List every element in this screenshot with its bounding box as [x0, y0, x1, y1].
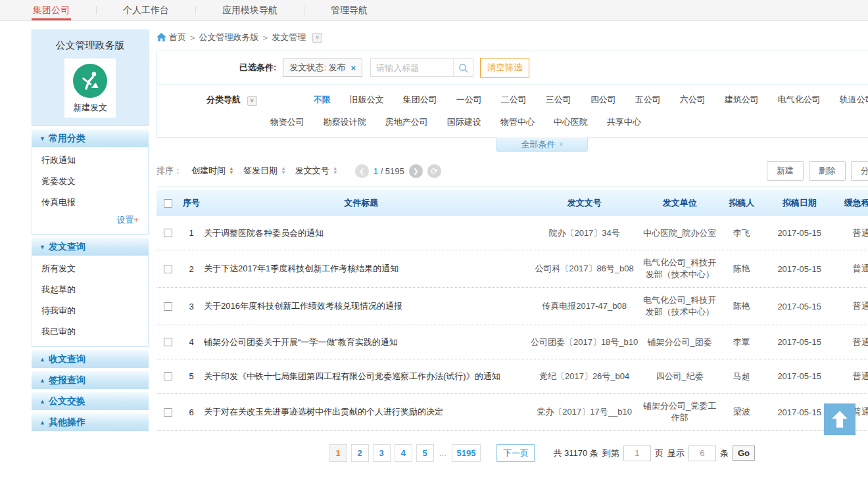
- category-real-estate[interactable]: 房地产公司: [385, 116, 428, 128]
- row-serial: 6: [179, 407, 204, 417]
- topnav-admin-nav[interactable]: 管理导航: [324, 0, 374, 20]
- sidebar-section-outgoing-query[interactable]: ▼ 发文查询: [32, 238, 149, 256]
- page-button-1[interactable]: 1: [329, 444, 347, 462]
- sort-by-issue-date[interactable]: 签发日期 ▲▼: [243, 165, 286, 177]
- sidebar-item-party-docs[interactable]: 党委发文: [32, 171, 148, 192]
- document-title-link[interactable]: 关于调整医院各种委员会的通知: [204, 227, 528, 239]
- category-old-docs[interactable]: 旧版公文: [350, 94, 384, 106]
- pagination-bar: 1 2 3 4 5 ... 5195 下一页 共 31170 条 到第 页 显示…: [157, 444, 868, 462]
- draft-date: 2017-05-15: [765, 337, 834, 347]
- category-company-6[interactable]: 六公司: [680, 94, 706, 106]
- page-size-input[interactable]: [688, 446, 716, 461]
- document-title-link[interactable]: 关于2016年度科技创新工作绩效考核兑现情况的通报: [204, 300, 528, 312]
- breadcrumb-home[interactable]: 首页: [169, 32, 186, 43]
- category-construction[interactable]: 建筑公司: [725, 94, 759, 106]
- category-transfer-button[interactable]: 分类转移: [851, 161, 868, 181]
- document-title-link[interactable]: 铺架分公司团委关于开展“一学一做”教育实践的通知: [204, 336, 528, 348]
- sort-by-create-time[interactable]: 创建时间 ▲▼: [191, 165, 234, 177]
- row-serial: 1: [179, 228, 204, 238]
- page-button-last[interactable]: 5195: [452, 444, 481, 462]
- delete-button[interactable]: 删除: [809, 161, 846, 181]
- category-materials[interactable]: 物资公司: [270, 116, 304, 128]
- category-electrification[interactable]: 电气化公司: [778, 94, 821, 106]
- select-all-checkbox[interactable]: [164, 199, 172, 208]
- chevron-down-icon: ˅: [559, 141, 563, 148]
- prev-page-icon[interactable]: ❮: [355, 164, 369, 178]
- sidebar-section-doc-exchange[interactable]: ▲ 公文交换: [32, 392, 149, 410]
- category-rail-transit[interactable]: 轨道公司: [840, 94, 868, 106]
- sidebar-section-incoming-query[interactable]: ▲ 收文查询: [32, 350, 149, 368]
- sidebar-section-other-operations[interactable]: ▲ 其他操作: [32, 413, 149, 431]
- create-button[interactable]: 新建: [767, 161, 804, 181]
- category-company-2[interactable]: 二公司: [501, 94, 527, 106]
- sort-by-doc-number[interactable]: 发文文号 ▲▼: [295, 165, 338, 177]
- sorter-label: 发文文号: [295, 165, 329, 177]
- category-company-4[interactable]: 四公司: [591, 94, 616, 106]
- category-property-mgmt[interactable]: 物管中心: [500, 116, 535, 128]
- all-conditions-button[interactable]: 全部条件 ˅: [496, 137, 588, 152]
- urgency: 普通: [834, 227, 868, 239]
- page-button-3[interactable]: 3: [373, 444, 391, 462]
- sidebar-item-fax-telegram[interactable]: 传真电报: [32, 192, 148, 213]
- category-survey-design[interactable]: 勘察设计院: [324, 116, 366, 128]
- next-page-icon[interactable]: ❯: [409, 164, 423, 178]
- row-checkbox[interactable]: [164, 408, 172, 417]
- breadcrumb-level2[interactable]: 发文管理: [272, 32, 306, 43]
- category-company-1[interactable]: 一公司: [456, 94, 482, 106]
- page-button-2[interactable]: 2: [351, 444, 369, 462]
- settings-link[interactable]: 设置+: [32, 213, 148, 230]
- new-document-button[interactable]: 新建发文: [64, 58, 116, 118]
- sidebar-item-pending-my-review[interactable]: 待我审的: [32, 300, 148, 321]
- go-button[interactable]: Go: [733, 446, 755, 461]
- category-international[interactable]: 国际建设: [447, 116, 481, 128]
- sidebar-item-admin-notice[interactable]: 行政通知: [32, 150, 148, 171]
- category-group-company[interactable]: 集团公司: [403, 94, 437, 106]
- sidebar-section-common-categories[interactable]: ▼ 常用分类: [32, 129, 149, 147]
- filter-tag-status: 发文状态: 发布 ×: [283, 58, 362, 77]
- sidebar-item-all-outgoing[interactable]: 所有发文: [32, 258, 148, 279]
- sidebar-section-report-query[interactable]: ▲ 签报查询: [32, 371, 149, 389]
- header-urgency: 缓急程度: [834, 197, 868, 209]
- breadcrumb-level1[interactable]: 公文管理政务版: [199, 32, 259, 43]
- topnav-app-module-nav[interactable]: 应用模块导航: [216, 0, 284, 20]
- home-icon: [157, 33, 166, 42]
- row-checkbox[interactable]: [164, 338, 172, 346]
- category-company-5[interactable]: 五公司: [635, 94, 661, 106]
- topnav-group-company[interactable]: 集团公司: [26, 0, 76, 20]
- draft-date: 2017-05-15: [765, 264, 834, 274]
- page-button-5[interactable]: 5: [416, 444, 434, 462]
- urgency: 普通: [834, 371, 868, 382]
- total-count-text: 共 31170 条: [553, 447, 598, 459]
- sort-arrows-icon: ▲▼: [229, 167, 234, 175]
- breadcrumb-dropdown-icon[interactable]: ˅: [312, 33, 322, 43]
- row-checkbox[interactable]: [164, 372, 172, 380]
- title-search-input[interactable]: [371, 63, 453, 73]
- next-page-button[interactable]: 下一页: [496, 444, 535, 462]
- sidebar-item-reviewed-by-me[interactable]: 我已审的: [32, 321, 148, 342]
- category-shared-center[interactable]: 共享中心: [607, 116, 641, 128]
- category-central-hospital[interactable]: 中心医院: [554, 116, 588, 128]
- category-unlimited[interactable]: 不限: [314, 94, 331, 106]
- header-serial: 序号: [179, 197, 204, 209]
- row-checkbox[interactable]: [164, 265, 172, 273]
- category-company-3[interactable]: 三公司: [546, 94, 571, 106]
- settings-label: 设置: [116, 215, 133, 225]
- row-checkbox[interactable]: [164, 302, 172, 311]
- goto-page-input[interactable]: [623, 446, 651, 461]
- search-icon[interactable]: [453, 59, 473, 76]
- document-title-link[interactable]: 关于下达2017年1季度科技创新工作考核结果的通知: [204, 263, 528, 275]
- document-title-link[interactable]: 关于对在关改玉先进事迹选树中作出贡献的个人进行奖励的决定: [204, 406, 528, 418]
- category-collapse-icon[interactable]: ˅: [247, 96, 257, 106]
- filter-tag-text: 发文状态: 发布: [289, 62, 345, 74]
- drafter: 李覃: [719, 336, 765, 348]
- document-title-link[interactable]: 关于印发《中铁十七局集团第四工程有限公司党委巡察工作办法(试行)》的通知: [204, 371, 528, 382]
- clear-filters-button[interactable]: 清空筛选: [480, 58, 529, 78]
- remove-filter-icon[interactable]: ×: [351, 63, 356, 73]
- row-checkbox[interactable]: [164, 229, 172, 237]
- topnav-personal-workspace[interactable]: 个人工作台: [116, 0, 176, 20]
- page-button-4[interactable]: 4: [395, 444, 412, 462]
- sidebar-item-drafted-by-me[interactable]: 我起草的: [32, 279, 148, 300]
- table-row: 5 关于印发《中铁十七局集团第四工程有限公司党委巡察工作办法(试行)》的通知 党…: [157, 359, 868, 394]
- refresh-icon[interactable]: ⟳: [427, 164, 441, 178]
- back-to-top-button[interactable]: [824, 403, 856, 435]
